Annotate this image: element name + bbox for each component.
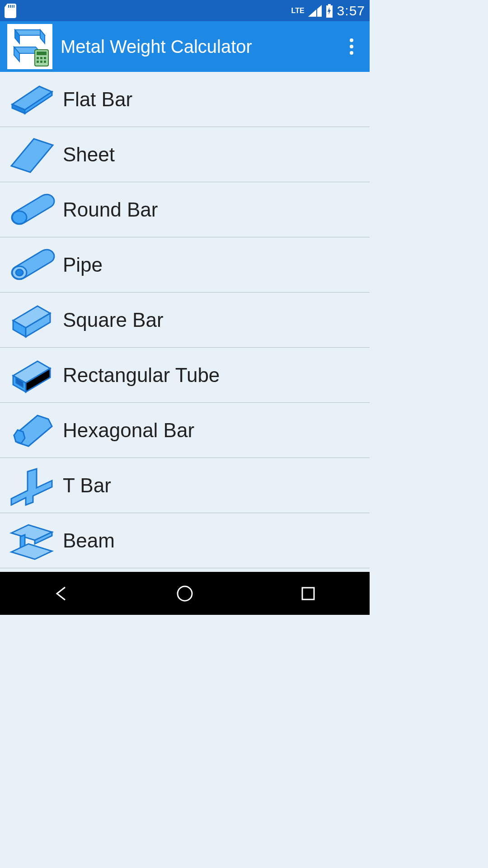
item-label: Hexagonal Bar	[63, 419, 194, 442]
recents-button[interactable]	[292, 577, 324, 610]
app-bar: Metal Weight Calculator	[0, 21, 370, 72]
list-item-flat-bar[interactable]: Flat Bar	[0, 72, 370, 127]
shape-list: Flat Bar Sheet Round Bar Pipe Square Bar…	[0, 72, 370, 615]
svg-rect-1	[10, 5, 11, 8]
item-label: Rectangular Tube	[63, 364, 220, 387]
round-bar-icon	[7, 189, 56, 230]
list-item-rectangular-tube[interactable]: Rectangular Tube	[0, 348, 370, 403]
flat-bar-icon	[7, 79, 56, 120]
svg-rect-11	[37, 61, 39, 63]
beam-icon	[7, 520, 56, 561]
signal-icon	[308, 5, 322, 17]
svg-rect-13	[44, 61, 46, 63]
item-label: Beam	[63, 529, 115, 552]
svg-rect-4	[328, 4, 331, 5]
svg-rect-9	[40, 57, 42, 59]
app-logo-icon	[7, 24, 52, 69]
svg-rect-12	[40, 61, 42, 63]
overflow-menu-button[interactable]	[341, 36, 362, 57]
item-label: Square Bar	[63, 309, 164, 331]
lte-icon: LTE	[291, 7, 305, 15]
svg-point-18	[178, 586, 192, 601]
list-item-square-bar[interactable]: Square Bar	[0, 292, 370, 348]
hexagonal-bar-icon	[7, 410, 56, 451]
list-item-sheet[interactable]: Sheet	[0, 127, 370, 182]
item-label: Sheet	[63, 143, 115, 166]
list-item-t-bar[interactable]: T Bar	[0, 458, 370, 513]
list-item-beam[interactable]: Beam	[0, 513, 370, 568]
svg-rect-8	[37, 57, 39, 59]
svg-rect-10	[44, 57, 46, 59]
item-label: Pipe	[63, 254, 103, 276]
list-item-hexagonal-bar[interactable]: Hexagonal Bar	[0, 403, 370, 458]
svg-rect-2	[12, 5, 13, 8]
svg-rect-3	[14, 5, 14, 8]
page-title: Metal Weight Calculator	[61, 37, 252, 57]
t-bar-icon	[7, 465, 56, 506]
list-item-pipe[interactable]: Pipe	[0, 237, 370, 292]
sd-card-icon	[5, 4, 16, 18]
sheet-icon	[7, 134, 56, 175]
more-vert-icon	[350, 38, 353, 55]
svg-rect-7	[37, 52, 47, 55]
home-button[interactable]	[169, 577, 201, 610]
svg-point-17	[16, 269, 23, 276]
status-bar: LTE 3:57	[0, 0, 370, 21]
item-label: Flat Bar	[63, 88, 132, 111]
back-button[interactable]	[45, 577, 78, 610]
list-item-round-bar[interactable]: Round Bar	[0, 182, 370, 237]
navigation-bar	[0, 572, 370, 615]
pipe-icon	[7, 245, 56, 285]
item-label: T Bar	[63, 474, 111, 497]
clock: 3:57	[337, 3, 365, 19]
battery-icon	[325, 4, 333, 18]
square-bar-icon	[7, 300, 56, 340]
rectangular-tube-icon	[7, 355, 56, 396]
svg-rect-0	[8, 5, 9, 8]
svg-point-15	[12, 211, 27, 224]
svg-rect-19	[302, 588, 314, 599]
item-label: Round Bar	[63, 198, 158, 221]
